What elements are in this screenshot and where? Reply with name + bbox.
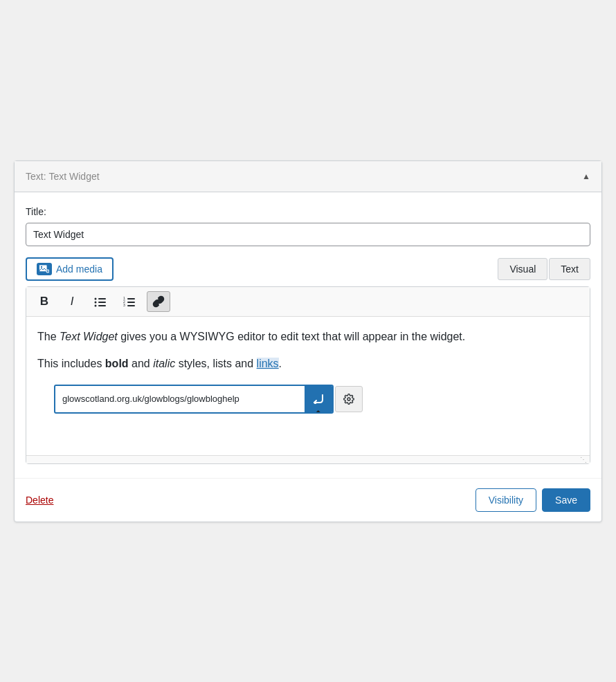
widget-container: Text: Text Widget ▲ Title: [14,160,602,522]
link-popover: Apply [54,385,363,414]
svg-rect-15 [127,305,135,306]
add-media-label: Add media [56,264,102,275]
svg-point-6 [95,301,97,303]
widget-body: Title: Add media Visual [15,192,601,478]
link-settings-button[interactable] [335,386,363,412]
svg-point-16 [347,398,350,400]
content-link[interactable]: links [257,358,279,369]
svg-point-2 [41,266,42,267]
editor-resize-handle[interactable]: ⋱ [26,455,590,463]
resize-dots-icon: ⋱ [580,456,587,463]
editor-toolbar: B I 1 2 [26,287,590,317]
svg-point-8 [95,304,97,306]
widget-type-label: Text: [26,171,46,182]
bullet-list-button[interactable] [89,291,112,312]
title-input[interactable] [26,223,590,246]
italic-button[interactable]: I [61,291,83,312]
add-media-icon [37,263,52,275]
widget-header-title: Text: Text Widget [26,171,100,182]
editor-top-bar: Add media Visual Text [26,257,590,281]
widget-footer: Delete Visibility Save [15,478,601,522]
editor-content[interactable]: The Text Widget gives you a WYSIWYG edit… [26,317,590,455]
footer-right: Visibility Save [475,488,590,512]
numbered-list-button[interactable]: 1 2 3 [118,291,141,312]
svg-rect-13 [127,302,135,303]
editor-wrapper: B I 1 2 [26,286,590,464]
tab-visual[interactable]: Visual [498,258,547,280]
tab-text[interactable]: Text [549,258,590,280]
widget-header: Text: Text Widget ▲ [15,161,601,192]
svg-rect-7 [98,302,106,303]
add-media-button[interactable]: Add media [26,257,114,281]
svg-rect-5 [98,298,106,299]
svg-rect-9 [98,305,106,306]
svg-point-4 [95,297,97,299]
collapse-icon[interactable]: ▲ [582,172,590,181]
svg-rect-11 [127,298,135,299]
content-paragraph-1: The Text Widget gives you a WYSIWYG edit… [37,328,579,346]
link-url-input[interactable] [55,388,305,409]
bold-button[interactable]: B [33,291,55,312]
view-tabs: Visual Text [498,258,590,280]
widget-name-label: Text Widget [48,171,99,182]
link-input-container: Apply [54,385,334,414]
save-button[interactable]: Save [542,488,590,512]
content-paragraph-2: This includes bold and italic styles, li… [37,355,579,373]
title-label: Title: [26,206,590,217]
visibility-button[interactable]: Visibility [475,488,536,512]
apply-button-wrapper: Apply [305,386,332,412]
delete-button[interactable]: Delete [26,495,53,506]
link-button[interactable] [147,291,170,312]
link-apply-button[interactable] [305,386,332,412]
svg-text:3: 3 [123,303,125,307]
